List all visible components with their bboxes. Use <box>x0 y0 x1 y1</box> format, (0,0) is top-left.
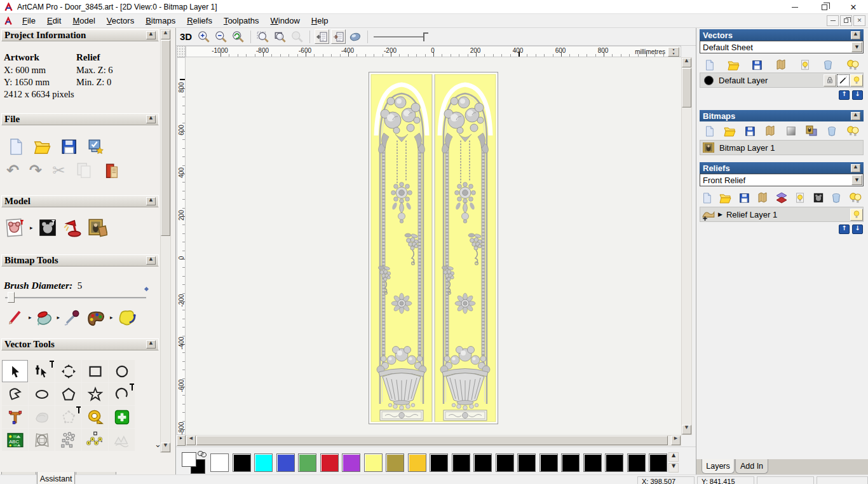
tab-layers[interactable]: Layers <box>702 459 735 474</box>
menu-reliefs[interactable]: Reliefs <box>181 14 218 27</box>
create-ellipse-icon[interactable] <box>29 383 55 405</box>
new-layer-icon[interactable] <box>703 59 715 71</box>
mdi-minimize-button[interactable] <box>827 15 839 26</box>
merge-layers-icon[interactable] <box>764 125 776 137</box>
menu-toolpaths[interactable]: Toolpaths <box>218 14 265 27</box>
flyout-arrow-icon[interactable]: ▸ <box>30 225 33 231</box>
palette-scroll-down-icon[interactable]: ▼ <box>668 463 679 473</box>
drawing-viewport[interactable] <box>186 57 681 435</box>
snap-layer-icon[interactable] <box>837 74 850 86</box>
invert-model-icon[interactable] <box>37 218 58 238</box>
delete-layer-icon[interactable] <box>831 191 842 204</box>
flyout-dot-icon[interactable] <box>144 287 149 291</box>
collapse-icon[interactable]: ▲ <box>851 31 860 39</box>
menu-window[interactable]: Window <box>265 14 306 27</box>
scrollbar-thumb[interactable] <box>682 68 691 107</box>
undo-icon[interactable]: ↶ <box>6 163 19 178</box>
notes-icon[interactable] <box>103 162 121 179</box>
menu-vectors[interactable]: Vectors <box>101 14 140 27</box>
model-section-header[interactable]: Model ▲ <box>1 195 159 207</box>
visibility-bulb-icon[interactable] <box>850 74 863 86</box>
mdi-close-button[interactable]: ✕ <box>853 15 865 26</box>
save-model-as-icon[interactable] <box>86 137 104 155</box>
colour-swatch-5[interactable] <box>320 453 339 472</box>
offset-vector-icon[interactable] <box>55 406 81 428</box>
paint-icon[interactable] <box>6 308 25 327</box>
colour-swatch-7[interactable] <box>364 453 383 472</box>
sheet-selector[interactable]: Default Sheet ▼ <box>700 41 864 53</box>
node-editing-icon[interactable] <box>29 360 55 382</box>
zoom-previous-icon[interactable] <box>231 29 246 45</box>
close-button[interactable]: ✕ <box>839 0 868 14</box>
wrap-text-icon[interactable] <box>29 406 55 428</box>
colour-swatch-3[interactable] <box>276 453 295 472</box>
move-layer-up-icon[interactable]: ↑ <box>839 90 850 100</box>
save-layer-icon[interactable] <box>744 125 756 137</box>
colour-swatch-6[interactable] <box>342 453 360 472</box>
primary-colour-chip[interactable] <box>182 452 196 467</box>
all-visibility-icon[interactable] <box>846 58 860 72</box>
colour-swatch-1[interactable] <box>233 453 251 472</box>
zoom-in-icon[interactable] <box>196 29 212 45</box>
colour-swatch-2[interactable] <box>254 453 273 472</box>
pane-splitter-button[interactable]: ▸ <box>177 435 186 446</box>
flyout-arrow-icon[interactable]: ▸ <box>29 315 32 321</box>
toggle-vectors-button[interactable] <box>331 29 346 44</box>
transform-vectors-icon[interactable] <box>55 360 81 382</box>
load-texture-icon[interactable] <box>87 218 107 238</box>
all-visibility-icon[interactable] <box>848 191 862 205</box>
expand-arrow-icon[interactable]: ▶ <box>718 212 722 218</box>
open-layer-icon[interactable] <box>723 125 736 137</box>
minimize-button[interactable] <box>780 0 810 14</box>
colour-swatch-11[interactable] <box>452 453 470 472</box>
scrollbar-thumb[interactable] <box>196 436 668 445</box>
open-layer-icon[interactable] <box>727 59 740 71</box>
move-layer-up-icon[interactable]: ↑ <box>839 225 850 234</box>
new-layer-icon[interactable] <box>701 191 712 204</box>
menu-help[interactable]: Help <box>306 14 334 27</box>
link-colours-icon[interactable] <box>198 451 207 457</box>
preview-icon[interactable] <box>805 125 818 137</box>
create-arc-icon[interactable] <box>109 383 135 405</box>
paste-icon[interactable] <box>75 162 93 179</box>
tab-add-in[interactable]: Add In <box>735 459 768 474</box>
colour-swatch-13[interactable] <box>496 453 514 472</box>
colour-swatch-18[interactable] <box>605 453 623 472</box>
scroll-up-icon[interactable]: ▲ <box>682 58 691 67</box>
lock-layer-icon[interactable] <box>824 74 836 86</box>
move-layer-down-icon[interactable]: ↓ <box>852 225 863 234</box>
open-layer-icon[interactable] <box>719 191 731 204</box>
set-model-size-icon[interactable] <box>5 218 25 238</box>
menu-bitmaps[interactable]: Bitmaps <box>140 14 181 27</box>
palette-scroll-up-icon[interactable]: ▲ <box>668 452 679 462</box>
pick-colour-icon[interactable] <box>63 308 82 327</box>
flood-fill-icon[interactable] <box>35 308 54 327</box>
colour-swatch-17[interactable] <box>583 453 602 472</box>
bitmaps-section-header[interactable]: Bitmaps ▲ <box>700 110 864 121</box>
colour-swatch-8[interactable] <box>386 453 404 472</box>
scrollbar-thumb[interactable] <box>161 40 170 236</box>
stack-layers-icon[interactable] <box>775 191 788 204</box>
fade-slider[interactable] <box>372 31 431 43</box>
delete-layer-icon[interactable] <box>826 125 837 137</box>
all-visibility-icon[interactable] <box>846 124 860 138</box>
dropdown-arrow-icon[interactable]: ▼ <box>851 42 862 52</box>
block-copy-icon[interactable] <box>55 429 81 451</box>
collapse-icon[interactable]: ▲ <box>146 197 156 205</box>
bitmap-tools-header[interactable]: Bitmap Tools ▲ <box>1 254 159 266</box>
scroll-left-icon[interactable]: ◀ <box>186 436 196 445</box>
merge-layers-icon[interactable] <box>775 59 787 71</box>
file-section-header[interactable]: File ▲ <box>1 113 159 125</box>
create-star-icon[interactable] <box>82 383 108 405</box>
vector-tools-header[interactable]: Vector Tools ▲ <box>1 338 159 350</box>
new-model-icon[interactable] <box>6 137 24 155</box>
magic-select-icon[interactable] <box>116 307 137 328</box>
scroll-down-icon[interactable]: ▼ <box>161 443 170 452</box>
select-vectors-icon[interactable] <box>2 360 28 382</box>
relief-layer-row[interactable]: ▶ Relief Layer 1 <box>700 207 864 222</box>
create-text-icon[interactable] <box>2 406 28 428</box>
relief-selector[interactable]: Front Relief ▼ <box>700 174 864 186</box>
brush-diameter-slider-track[interactable] <box>5 297 146 299</box>
collapse-icon[interactable]: ▲ <box>851 164 860 172</box>
save-layer-icon[interactable] <box>738 192 750 204</box>
